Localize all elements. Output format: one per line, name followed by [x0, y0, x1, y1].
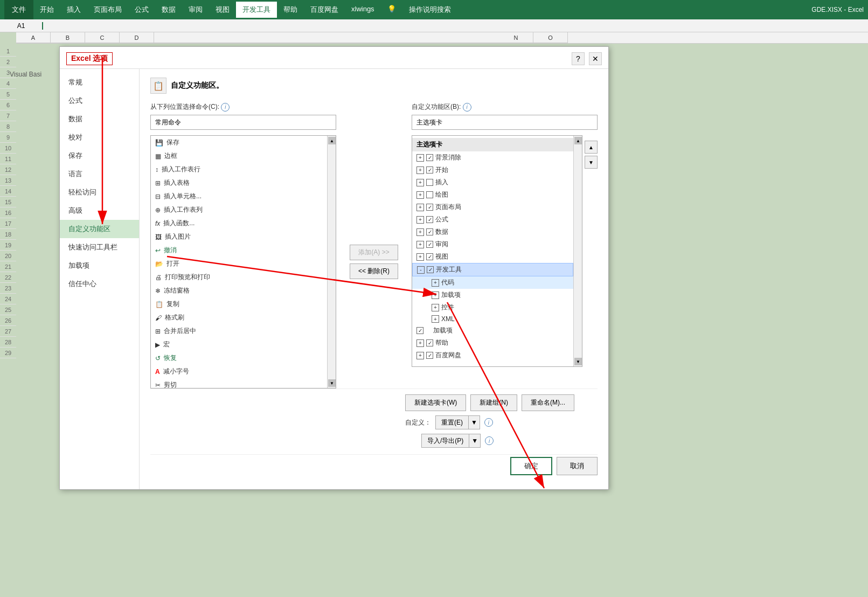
- list-item-save[interactable]: 💾 保存: [151, 136, 327, 149]
- expand-baiduyun[interactable]: +: [416, 352, 424, 359]
- left-list-scrollbar[interactable]: ▲ ▼: [327, 136, 336, 388]
- reset-btn-label[interactable]: 重置(E): [436, 416, 469, 429]
- add-btn[interactable]: 添加(A) >>: [350, 245, 398, 260]
- tree-item-view[interactable]: + ✓ 视图: [412, 251, 573, 263]
- menu-developer[interactable]: 开发工具: [236, 2, 277, 18]
- cancel-btn[interactable]: 取消: [557, 457, 598, 475]
- list-item-undo[interactable]: ↩ 撤消: [151, 244, 327, 257]
- nav-language[interactable]: 语言: [60, 165, 139, 183]
- list-item-border[interactable]: ▦ 边框: [151, 149, 327, 163]
- reset-dropdown-btn[interactable]: 重置(E) ▼: [435, 415, 480, 429]
- nav-accessibility[interactable]: 轻松访问: [60, 183, 139, 202]
- menu-xlwings[interactable]: xlwings: [345, 2, 381, 18]
- expand-draw[interactable]: +: [416, 191, 424, 199]
- list-item-merge-center[interactable]: ⊞ 合并后居中: [151, 324, 327, 338]
- tree-scroll-up[interactable]: ▲: [574, 137, 582, 144]
- new-group-btn[interactable]: 新建组(N): [470, 394, 517, 411]
- right-info-icon[interactable]: i: [463, 103, 471, 112]
- scroll-down-btn[interactable]: ▼: [328, 379, 336, 387]
- menu-baiduyun[interactable]: 百度网盘: [304, 2, 345, 18]
- tree-item-control[interactable]: + 控件: [412, 301, 573, 314]
- tree-item-developer[interactable]: - ✓ 开发工具: [412, 263, 573, 276]
- tree-item-draw[interactable]: + 绘图: [412, 189, 573, 201]
- check-draw[interactable]: [426, 191, 433, 198]
- reset-info-icon[interactable]: i: [484, 418, 493, 427]
- tree-item-insert[interactable]: + 插入: [412, 176, 573, 189]
- import-export-info-icon[interactable]: i: [485, 436, 494, 445]
- expand-help[interactable]: +: [416, 339, 424, 347]
- nav-customize-ribbon[interactable]: 自定义功能区: [60, 220, 139, 238]
- tree-item-baiduyun[interactable]: + ✓ 百度网盘: [412, 349, 573, 362]
- list-item-macro[interactable]: ▶ 宏: [151, 338, 327, 351]
- list-item-cut[interactable]: ✂ 剪切: [151, 378, 327, 388]
- tree-item-xml[interactable]: + XML: [412, 314, 573, 324]
- menu-pagelayout[interactable]: 页面布局: [87, 2, 128, 18]
- tree-item-pagelayout[interactable]: + ✓ 页面布局: [412, 201, 573, 213]
- menu-data[interactable]: 数据: [155, 2, 182, 18]
- expand-start[interactable]: +: [416, 166, 424, 174]
- list-item-copy[interactable]: 📋 复制: [151, 297, 327, 311]
- scroll-up-btn[interactable]: ▲: [328, 137, 336, 144]
- new-tab-btn[interactable]: 新建选项卡(W): [405, 394, 466, 411]
- tree-item-addin[interactable]: + 加载项: [412, 289, 573, 301]
- expand-control[interactable]: +: [432, 304, 439, 311]
- nav-save[interactable]: 保存: [60, 147, 139, 165]
- reset-dropdown-arrow[interactable]: ▼: [469, 416, 480, 429]
- list-item-format-painter[interactable]: 🖌 格式刷: [151, 311, 327, 324]
- menu-view[interactable]: 视图: [209, 2, 236, 18]
- command-source-dropdown[interactable]: 常用命令: [150, 115, 336, 130]
- expand-developer[interactable]: -: [417, 266, 425, 274]
- nav-general[interactable]: 常规: [60, 73, 139, 92]
- ribbon-tree[interactable]: 主选项卡 + ✓ 背景消除 + ✓ 开始: [412, 135, 582, 367]
- remove-btn[interactable]: << 删除(R): [350, 263, 398, 279]
- check-developer[interactable]: ✓: [427, 266, 434, 273]
- nav-advanced[interactable]: 高级: [60, 202, 139, 220]
- list-item-insert-img[interactable]: 🖼 插入图片: [151, 230, 327, 244]
- menu-light-icon[interactable]: 💡: [381, 2, 402, 18]
- dialog-close-btn[interactable]: ✕: [589, 52, 602, 65]
- expand-data[interactable]: +: [416, 228, 424, 236]
- nav-quick-access[interactable]: 快速访问工具栏: [60, 238, 139, 256]
- import-export-dropdown-btn[interactable]: 导入/导出(P) ▼: [421, 434, 481, 448]
- nav-trust-center[interactable]: 信任中心: [60, 275, 139, 293]
- right-tree-scrollbar[interactable]: ▲ ▼: [573, 136, 582, 366]
- expand-addin[interactable]: +: [432, 291, 439, 299]
- move-up-btn[interactable]: ▲: [585, 141, 598, 154]
- expand-insert[interactable]: +: [416, 179, 424, 186]
- menu-help[interactable]: 帮助: [277, 2, 304, 18]
- confirm-btn[interactable]: 确定: [510, 457, 552, 475]
- menu-search[interactable]: 操作说明搜索: [402, 2, 457, 18]
- list-item-insert-func[interactable]: fx 插入函数...: [151, 217, 327, 230]
- list-item-open[interactable]: 📂 打开: [151, 257, 327, 270]
- check-bg-remove[interactable]: ✓: [426, 154, 433, 161]
- tree-item-bg-remove[interactable]: + ✓ 背景消除: [412, 151, 573, 164]
- command-list[interactable]: 💾 保存 ▦ 边框 ↕ 插入工作表行: [150, 135, 336, 388]
- tree-item-formula[interactable]: + ✓ 公式: [412, 213, 573, 226]
- check-pagelayout[interactable]: ✓: [426, 204, 433, 211]
- expand-formula[interactable]: +: [416, 216, 424, 224]
- list-item-freeze[interactable]: ❄ 冻结窗格: [151, 284, 327, 297]
- check-view[interactable]: ✓: [426, 253, 433, 260]
- list-item-insert-table[interactable]: ⊞ 插入表格: [151, 176, 327, 190]
- check-data[interactable]: ✓: [426, 228, 433, 235]
- import-export-dropdown-arrow[interactable]: ▼: [469, 434, 480, 447]
- nav-proofing[interactable]: 校对: [60, 128, 139, 147]
- list-item-insert-col[interactable]: ⊕ 插入工作表列: [151, 203, 327, 217]
- expand-xml[interactable]: +: [432, 315, 439, 323]
- check-baiduyun[interactable]: ✓: [426, 352, 433, 359]
- check-start[interactable]: ✓: [426, 166, 433, 173]
- check-insert[interactable]: [426, 179, 433, 186]
- menu-formula[interactable]: 公式: [128, 2, 155, 18]
- nav-formula[interactable]: 公式: [60, 92, 139, 110]
- tree-item-review[interactable]: + ✓ 审阅: [412, 238, 573, 251]
- expand-code[interactable]: +: [432, 279, 439, 287]
- expand-view[interactable]: +: [416, 253, 424, 261]
- expand-bg-remove[interactable]: +: [416, 154, 424, 162]
- tree-item-start[interactable]: + ✓ 开始: [412, 164, 573, 176]
- cell-reference[interactable]: A1: [0, 22, 43, 30]
- expand-review[interactable]: +: [416, 241, 424, 248]
- check-review[interactable]: ✓: [426, 241, 433, 248]
- import-export-btn-label[interactable]: 导入/导出(P): [422, 434, 469, 447]
- dialog-help-btn[interactable]: ?: [572, 52, 585, 65]
- file-menu-btn[interactable]: 文件: [4, 0, 33, 19]
